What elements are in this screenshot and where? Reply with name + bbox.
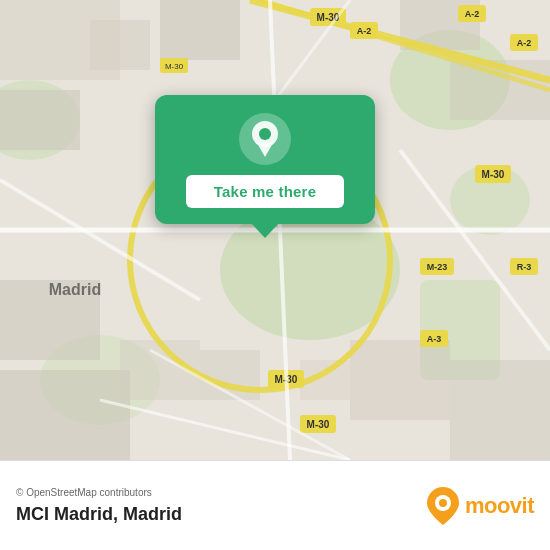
svg-point-54 <box>259 128 271 140</box>
bottom-left: © OpenStreetMap contributors MCI Madrid,… <box>16 487 182 525</box>
moovit-text: moovit <box>465 493 534 519</box>
svg-text:R-3: R-3 <box>517 262 532 272</box>
svg-rect-10 <box>160 0 240 60</box>
svg-rect-8 <box>0 90 80 150</box>
moovit-pin-icon <box>427 487 459 525</box>
location-pin-icon <box>250 121 280 157</box>
take-me-button[interactable]: Take me there <box>186 175 344 208</box>
location-name: MCI Madrid, <box>16 504 118 524</box>
bottom-bar: © OpenStreetMap contributors MCI Madrid,… <box>0 460 550 550</box>
svg-rect-9 <box>90 20 150 70</box>
svg-text:M-30: M-30 <box>307 419 330 430</box>
svg-text:A-2: A-2 <box>517 38 532 48</box>
svg-rect-17 <box>450 360 550 460</box>
svg-text:A-2: A-2 <box>357 26 372 36</box>
moovit-logo: moovit <box>427 487 534 525</box>
location-city: Madrid <box>123 504 182 524</box>
location-icon-wrap <box>239 113 291 165</box>
svg-text:A-2: A-2 <box>465 9 480 19</box>
attribution-text: © OpenStreetMap contributors <box>16 487 182 498</box>
popup-card: Take me there <box>155 95 375 224</box>
location-title: MCI Madrid, Madrid <box>16 504 182 525</box>
svg-text:Madrid: Madrid <box>49 281 101 298</box>
svg-text:M-30: M-30 <box>482 169 505 180</box>
map-container: M-30 A-2 A-2 A-2 M-30 M-23 R-3 M-30 M-30… <box>0 0 550 460</box>
svg-text:M-23: M-23 <box>427 262 448 272</box>
svg-text:A-3: A-3 <box>427 334 442 344</box>
svg-point-57 <box>439 499 447 507</box>
svg-text:M-30: M-30 <box>165 62 184 71</box>
svg-rect-14 <box>0 370 130 460</box>
svg-marker-55 <box>257 143 273 157</box>
svg-rect-16 <box>350 340 450 420</box>
